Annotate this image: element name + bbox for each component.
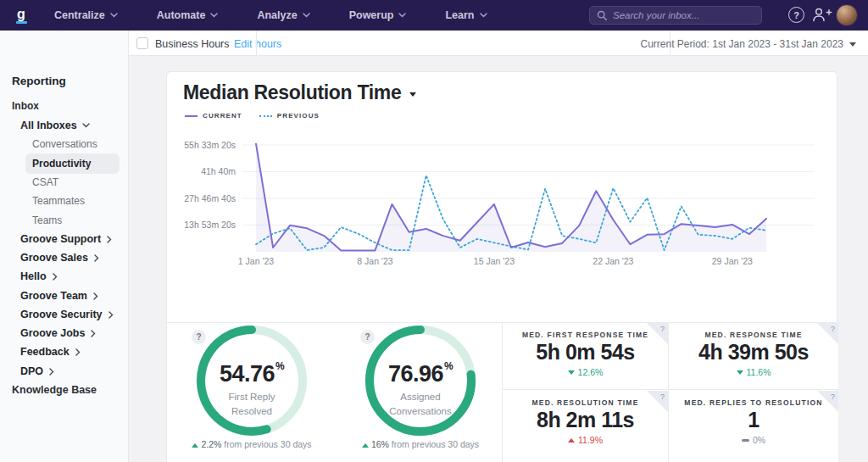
report-toolbar: Business Hours Edit hours Current Period… <box>129 31 868 56</box>
sidebar-item-label: Groove Jobs <box>20 327 85 339</box>
legend-item-current[interactable]: CURRENT <box>185 112 242 120</box>
delta-value: 11.9% <box>578 435 603 445</box>
sidebar-item-groove-team[interactable]: Groove Team <box>20 290 98 302</box>
sidebar-item-teammates[interactable]: Teammates <box>32 195 85 207</box>
chevron-down-icon <box>480 13 487 18</box>
reporting-sidebar: Reporting Inbox All Inboxes Conversation… <box>0 31 129 462</box>
delta-suffix: from previous 30 days <box>224 439 311 449</box>
sidebar-item-teams[interactable]: Teams <box>32 214 62 226</box>
nav-item-label: Automate <box>157 9 206 21</box>
metric-delta: 11.9% <box>568 435 603 445</box>
metric-label: MED. FIRST RESPONSE TIME <box>522 331 648 339</box>
nav-item-learn[interactable]: Learn <box>445 9 487 21</box>
nav-menu: Centralize Automate Analyze Powerup Lear… <box>54 9 487 21</box>
previous-line-swatch <box>259 115 272 117</box>
sidebar-item-csat[interactable]: CSAT <box>32 176 58 188</box>
sidebar-item-label: Productivity <box>32 158 91 170</box>
svg-text:27h 46m 40s: 27h 46m 40s <box>184 193 236 203</box>
svg-text:1 Jan '23: 1 Jan '23 <box>238 256 274 266</box>
sidebar-item-inbox[interactable]: Inbox <box>12 100 39 112</box>
delta-value: 12.6% <box>578 367 604 377</box>
nav-item-analyze[interactable]: Analyze <box>257 9 309 21</box>
help-icon[interactable]: ? <box>660 325 665 333</box>
nav-item-powerup[interactable]: Powerup <box>349 9 407 21</box>
chevron-down-icon <box>409 92 416 97</box>
help-icon[interactable]: ? <box>360 330 375 344</box>
help-icon[interactable]: ? <box>831 392 835 401</box>
sidebar-item-conversations[interactable]: Conversations <box>32 138 97 150</box>
nav-item-label: Analyze <box>257 9 297 21</box>
sidebar-item-groove-support[interactable]: Groove Support <box>20 233 112 245</box>
sidebar-item-hello[interactable]: Hello <box>20 270 58 282</box>
sidebar-item-label: DPO <box>20 365 43 377</box>
sidebar-title: Reporting <box>12 75 66 87</box>
inbox-search[interactable] <box>589 6 762 25</box>
chevron-right-icon <box>53 273 58 281</box>
sidebar-item-groove-sales[interactable]: Groove Sales <box>20 252 99 264</box>
trend-up-icon <box>568 438 575 443</box>
report-type-selector[interactable]: Median Resolution Time <box>183 81 416 104</box>
chevron-right-icon <box>108 311 114 319</box>
help-icon[interactable]: ? <box>660 392 665 401</box>
sidebar-item-knowledge-base[interactable]: Knowledge Base <box>12 384 97 396</box>
delta-suffix: from previous 30 days <box>392 439 479 449</box>
toolbar-divider <box>256 31 257 56</box>
chevron-down-icon <box>210 13 218 18</box>
nav-item-label: Centralize <box>54 9 105 21</box>
svg-text:22 Jan '23: 22 Jan '23 <box>593 256 633 266</box>
delta-assigned-conversations: 16% from previous 30 days <box>344 439 497 449</box>
nav-item-label: Powerup <box>349 9 394 21</box>
delta-value: 0% <box>753 435 765 445</box>
metric-label: MED. RESPONSE TIME <box>704 331 802 339</box>
svg-text:13h 53m 20s: 13h 53m 20s <box>184 220 236 230</box>
sidebar-item-groove-jobs[interactable]: Groove Jobs <box>20 327 96 339</box>
sidebar-item-label: Groove Support <box>20 233 101 245</box>
current-period-selector[interactable]: Current Period: 1st Jan 2023 - 31st Jan … <box>641 38 857 50</box>
help-glyph: ? <box>793 10 799 20</box>
trend-flat-icon <box>742 439 749 442</box>
chevron-down-icon <box>398 13 406 18</box>
metric-delta: 12.6% <box>568 367 604 377</box>
metric-label: MED. RESOLUTION TIME <box>532 398 639 407</box>
trend-up-icon <box>192 443 198 448</box>
add-user-icon[interactable] <box>812 7 832 22</box>
metric-label: MED. REPLIES TO RESOLUTION <box>684 398 822 407</box>
delta-first-reply-resolved: 2.2% from previous 30 days <box>175 439 328 449</box>
search-input[interactable] <box>613 10 754 20</box>
business-hours-checkbox[interactable] <box>136 37 148 49</box>
delta-value: 11.6% <box>747 367 771 377</box>
legend-label: PREVIOUS <box>277 112 320 120</box>
metric-card-med-replies-to-resolution: ? MED. REPLIES TO RESOLUTION 1 0% <box>668 391 838 462</box>
legend-item-previous[interactable]: PREVIOUS <box>259 112 320 120</box>
sidebar-item-all-inboxes[interactable]: All Inboxes <box>20 120 90 131</box>
groove-logo[interactable]: g <box>11 8 31 24</box>
current-period-value: 1st Jan 2023 - 31st Jan 2023 <box>712 38 843 50</box>
sidebar-item-groove-security[interactable]: Groove Security <box>20 309 114 320</box>
metric-value: 5h 0m 54s <box>536 340 634 365</box>
sidebar-item-dpo[interactable]: DPO <box>20 365 54 377</box>
edit-hours-link[interactable]: Edit hours <box>234 38 281 50</box>
corner-fold <box>817 391 838 412</box>
svg-text:8 Jan '23: 8 Jan '23 <box>357 256 392 266</box>
help-icon[interactable]: ? <box>788 7 804 23</box>
legend-label: CURRENT <box>203 112 242 120</box>
chevron-down-icon <box>82 123 90 128</box>
chart-legend: CURRENT PREVIOUS <box>185 112 320 120</box>
help-glyph: ? <box>196 332 201 342</box>
help-icon[interactable]: ? <box>192 330 206 344</box>
chart-title: Median Resolution Time <box>183 81 402 104</box>
search-icon <box>597 10 608 21</box>
sidebar-item-productivity-selected[interactable]: Productivity <box>25 153 120 174</box>
metric-delta: 0% <box>742 435 765 445</box>
svg-text:15 Jan '23: 15 Jan '23 <box>474 256 515 266</box>
nav-item-centralize[interactable]: Centralize <box>54 9 118 21</box>
metric-delta: 11.6% <box>737 367 771 377</box>
stat-value: 54.76% <box>184 360 320 387</box>
sidebar-item-label: Groove Sales <box>20 252 88 264</box>
user-avatar[interactable] <box>836 4 858 26</box>
help-icon[interactable]: ? <box>831 325 835 333</box>
chevron-right-icon <box>107 236 112 243</box>
metric-card-med-response-time: ? MED. RESPONSE TIME 4h 39m 50s 11.6% <box>668 322 838 390</box>
sidebar-item-feedback[interactable]: Feedback <box>20 346 81 358</box>
nav-item-automate[interactable]: Automate <box>157 9 219 21</box>
